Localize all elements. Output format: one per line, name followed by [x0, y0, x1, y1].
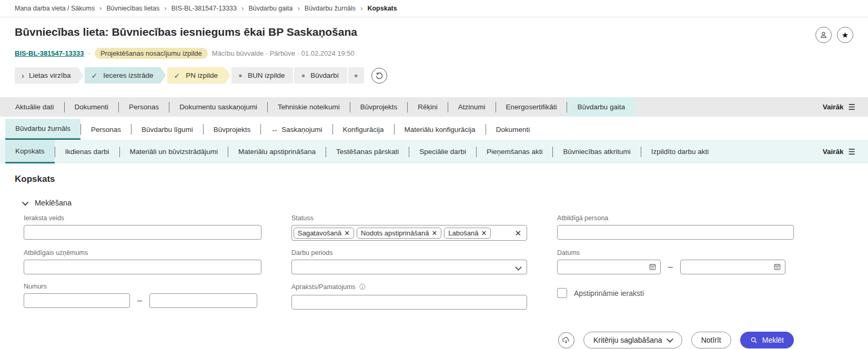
- search-collapse-toggle[interactable]: Meklēšana: [24, 199, 853, 207]
- tab-aktualie-dati[interactable]: Aktuālie dati: [5, 97, 64, 117]
- stage-pn-izpilde[interactable]: ✓ PN izpilde: [167, 67, 231, 84]
- breadcrumb-item-cases[interactable]: Būvniecības lietas: [107, 5, 160, 12]
- clear-button[interactable]: Notīrīt: [691, 332, 731, 348]
- history-icon: [375, 71, 383, 80]
- field-label: Datums: [557, 249, 794, 256]
- tab-buvdarbu-ligumi[interactable]: Būvdarbu līgumi: [132, 119, 203, 140]
- more-tabs-button[interactable]: Vairāk ☰: [817, 97, 868, 117]
- remove-chip-icon[interactable]: ✕: [481, 230, 487, 237]
- tab-dokumenti-2[interactable]: Dokumenti: [486, 119, 540, 140]
- tab-buvdarbu-zurnals[interactable]: Būvdarbu žurnāls: [5, 119, 80, 140]
- tab-specialie-darbi[interactable]: Speciālie darbi: [409, 140, 476, 163]
- status-chip: Sagatavošanā ✕: [294, 228, 354, 239]
- tab-materialu-apstiprinasana[interactable]: Materiālu apstiprināšana: [228, 140, 326, 163]
- check-icon: ✓: [174, 71, 180, 80]
- tab-dokumentu-saskanojumi[interactable]: Dokumentu saskaņojumi: [169, 97, 267, 117]
- load-saved-criteria-button[interactable]: [558, 332, 574, 348]
- tab-ikdienas-darbi[interactable]: Ikdienas darbi: [55, 140, 119, 163]
- case-progress-stepper: › Lietas virzība ✓ Ieceres izstrāde ✓ PN…: [15, 67, 853, 84]
- remove-chip-icon[interactable]: ✕: [431, 230, 437, 237]
- favorite-button[interactable]: ★: [837, 27, 853, 43]
- field-label: Atbildīgā persona: [557, 214, 794, 222]
- datums-from-input[interactable]: [557, 260, 661, 274]
- tab-buvprojekts[interactable]: Būvprojekts: [350, 97, 408, 117]
- tab-saskanojumi[interactable]: ↔ Saskaņojumi: [261, 119, 332, 140]
- atbildigais-uznemums-input[interactable]: [24, 260, 261, 274]
- history-button[interactable]: [371, 68, 387, 84]
- breadcrumb-item-zurnals[interactable]: Būvdarbu žurnāls: [305, 5, 356, 12]
- tab-buvprojekts-2[interactable]: Būvprojekts: [204, 119, 261, 140]
- field-label: Atbildīgais uzņēmums: [24, 249, 261, 256]
- case-number-link[interactable]: BIS-BL-381547-13333: [15, 49, 84, 57]
- search-button[interactable]: Meklēt: [740, 332, 794, 348]
- search-form: Ieraksta veids Statuss Sagatavošanā ✕ No…: [24, 214, 853, 318]
- stepper-toggle[interactable]: › Lietas virzība: [15, 67, 84, 84]
- chip-label: Labošanā: [448, 229, 478, 237]
- calendar-icon[interactable]: [649, 263, 657, 271]
- more-label: Vairāk: [823, 148, 844, 156]
- tab-tehniskie-noteikumi[interactable]: Tehniskie noteikumi: [268, 97, 350, 117]
- tab-pienemsanas-akti[interactable]: Pieņemšanas akti: [477, 140, 553, 163]
- field-atbildigais-uznemums: Atbildīgais uzņēmums: [24, 249, 261, 274]
- pending-dot-icon: ●: [238, 72, 243, 79]
- tab-konfiguracija[interactable]: Konfigurācija: [333, 119, 394, 140]
- field-apraksts: Apraksts/Pamatojums ⓘ: [291, 283, 527, 310]
- tab-materiali[interactable]: Materiāli un būvizstrādājumi: [120, 140, 228, 163]
- numurs-from-input[interactable]: [24, 293, 130, 308]
- stage-bun-izpilde[interactable]: ● BUN izpilde: [231, 67, 293, 84]
- stepper-label: Lietas virzība: [29, 71, 71, 79]
- status-chip: Nodots apstiprināšanā ✕: [357, 228, 441, 239]
- calendar-icon[interactable]: [773, 263, 781, 271]
- user-button[interactable]: [815, 27, 832, 43]
- apraksts-input[interactable]: [291, 295, 527, 310]
- case-meta: Mācību būvvalde · Pārbūve · 01.02.2024 1…: [212, 49, 355, 57]
- clear-all-icon[interactable]: ✕: [514, 229, 521, 237]
- breadcrumb-item-case-number[interactable]: BIS-BL-381547-13333: [171, 5, 237, 12]
- main-content: Kopskats Meklēšana Ieraksta veids Status…: [0, 163, 868, 348]
- tab-testesanas-parskati[interactable]: Testēšanas pārskati: [326, 140, 409, 163]
- numurs-to-input[interactable]: [149, 293, 257, 308]
- search-actions: Kritēriju saglabāšana Notīrīt Meklēt: [24, 332, 794, 348]
- apstiprinamie-checkbox[interactable]: [557, 288, 567, 298]
- field-label: Apraksts/Pamatojums ⓘ: [291, 283, 527, 292]
- tab-rekini[interactable]: Rēķini: [408, 97, 448, 117]
- stage-label: PN izpilde: [186, 71, 218, 79]
- tab-atzinumi[interactable]: Atzinumi: [448, 97, 496, 117]
- tab-materialu-konfiguracija[interactable]: Materiālu konfigurācija: [395, 119, 486, 140]
- range-dash: –: [668, 262, 673, 272]
- field-label: Statuss: [291, 214, 527, 222]
- search-label: Meklēt: [762, 336, 784, 344]
- tab-dokumenti[interactable]: Dokumenti: [65, 97, 119, 117]
- section-heading: Kopskats: [15, 174, 853, 184]
- stage-buvdarbi[interactable]: ● Būvdarbi: [294, 67, 347, 84]
- darbu-periods-select[interactable]: [291, 260, 527, 274]
- tab-energosertifikati[interactable]: Energosertifikāti: [496, 97, 567, 117]
- stage-ieceres-izstrade[interactable]: ✓ Ieceres izstrāde: [85, 67, 166, 84]
- more-label: Vairāk: [823, 103, 844, 111]
- tab-buvniecibas-atkritumi[interactable]: Būvniecības atkritumi: [553, 140, 640, 163]
- tab-izpildito-darbu-akti[interactable]: Izpildīto darbu akti: [641, 140, 719, 163]
- more-tabs-button-tertiary[interactable]: Vairāk ☰: [817, 140, 868, 163]
- tab-personas-2[interactable]: Personas: [81, 119, 131, 140]
- breadcrumb-item-buvdarbu-gaita[interactable]: Būvdarbu gaita: [248, 5, 292, 12]
- breadcrumb-item-home[interactable]: Mana darba vieta / Sākums: [15, 5, 95, 12]
- save-criteria-button[interactable]: Kritēriju saglabāšana: [583, 332, 682, 348]
- stage-label: BUN izpilde: [248, 71, 285, 79]
- statuss-multiselect[interactable]: Sagatavošanā ✕ Nodots apstiprināšanā ✕ L…: [291, 225, 527, 241]
- remove-chip-icon[interactable]: ✕: [344, 230, 350, 237]
- datums-to-input[interactable]: [680, 260, 785, 274]
- chip-label: Nodots apstiprināšanā: [361, 229, 429, 237]
- atbildiga-persona-input[interactable]: [557, 225, 794, 240]
- ieraksta-veids-input[interactable]: [24, 225, 261, 240]
- apstiprinamie-checkbox-row[interactable]: Apstiprināmie ieraksti: [557, 288, 794, 298]
- save-criteria-label: Kritēriju saglabāšana: [593, 336, 662, 344]
- stage-label: Ieceres izstrāde: [103, 71, 153, 79]
- tab-buvdarbu-gaita[interactable]: Būvdarbu gaita: [567, 97, 635, 117]
- search-icon: [750, 336, 758, 344]
- chevron-right-icon: ›: [22, 71, 24, 80]
- arrows-left-right-icon: ↔: [271, 126, 278, 134]
- primary-tabs: Aktuālie dati Dokumenti Personas Dokumen…: [0, 97, 868, 117]
- tab-kopskats[interactable]: Kopskats: [5, 140, 55, 163]
- hamburger-icon: ☰: [849, 147, 855, 157]
- tab-personas[interactable]: Personas: [119, 97, 169, 117]
